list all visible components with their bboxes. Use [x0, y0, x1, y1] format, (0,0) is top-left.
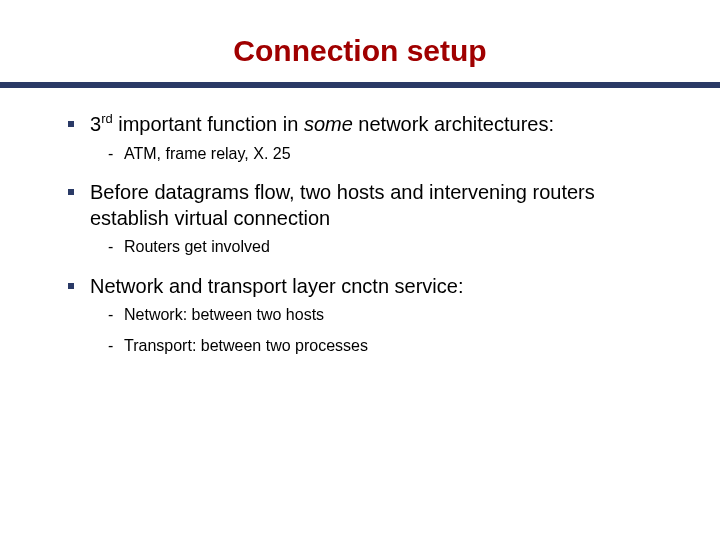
bullet-1: 3rd important function in some network a…	[58, 112, 662, 138]
page-number: 44	[675, 536, 696, 540]
dash-icon: -	[108, 144, 113, 164]
bullet-2-sub: - Routers get involved	[58, 237, 662, 257]
bullet-1-sub: - ATM, frame relay, X. 25	[58, 144, 662, 164]
ordinal-rd: rd	[101, 111, 113, 126]
dash-icon: -	[108, 305, 113, 325]
square-bullet-icon	[68, 121, 74, 127]
dash-icon: -	[108, 237, 113, 257]
bullet-1-text: 3rd important function in some network a…	[90, 113, 554, 135]
footer: Mao W 07 44	[587, 536, 696, 540]
bullet-3-sub-2: - Transport: between two processes	[58, 336, 662, 356]
bullet-3: Network and transport layer cnctn servic…	[58, 274, 662, 300]
square-bullet-icon	[68, 189, 74, 195]
bullet-3-text: Network and transport layer cnctn servic…	[90, 275, 464, 297]
slide-title: Connection setup	[0, 34, 720, 68]
bullet-2: Before datagrams flow, two hosts and int…	[58, 180, 662, 231]
bullet-3-sub-1: - Network: between two hosts	[58, 305, 662, 325]
content-area: 3rd important function in some network a…	[0, 112, 720, 356]
bullet-2-text: Before datagrams flow, two hosts and int…	[90, 181, 595, 229]
bullet-1-sub-text: ATM, frame relay, X. 25	[124, 145, 291, 162]
b1-post: network architectures:	[353, 113, 554, 135]
slide: Connection setup 3rd important function …	[0, 34, 720, 540]
b1-mid: important function in	[113, 113, 304, 135]
b1-pre: 3	[90, 113, 101, 135]
square-bullet-icon	[68, 283, 74, 289]
bullet-3-sub-1-text: Network: between two hosts	[124, 306, 324, 323]
title-rule	[0, 82, 720, 88]
b1-some: some	[304, 113, 353, 135]
bullet-2-sub-text: Routers get involved	[124, 238, 270, 255]
dash-icon: -	[108, 336, 113, 356]
bullet-3-sub-2-text: Transport: between two processes	[124, 337, 368, 354]
